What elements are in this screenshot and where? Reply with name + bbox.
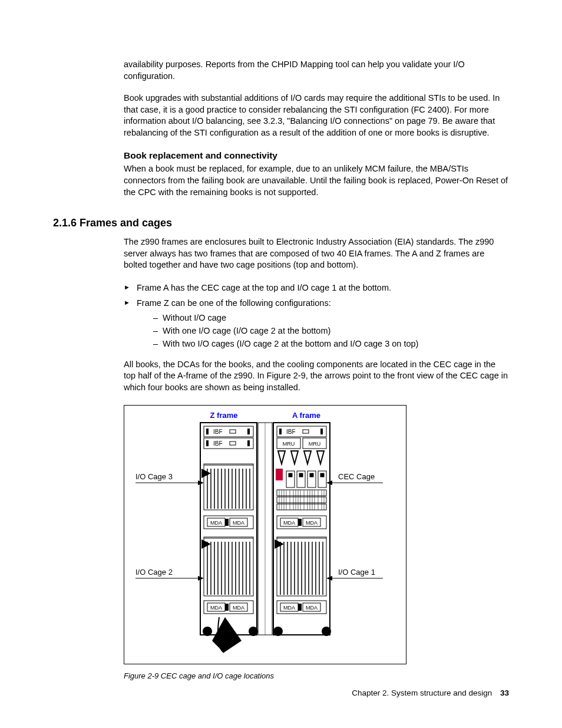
footer-page: 33 [500, 689, 509, 697]
svg-rect-19 [276, 469, 283, 480]
svg-rect-12 [247, 440, 250, 446]
svg-rect-21 [289, 473, 292, 477]
svg-point-109 [203, 627, 212, 636]
svg-rect-29 [277, 497, 326, 503]
heading-frames-cages: 2.1.6 Frames and cages [53, 217, 509, 229]
svg-point-110 [249, 627, 258, 636]
svg-marker-124 [275, 539, 284, 549]
io2-label: I/O Cage 2 [135, 568, 173, 577]
mda-z-2: MDA [233, 520, 244, 526]
dash-without: Without I/O cage [153, 312, 509, 325]
svg-rect-8 [247, 429, 250, 434]
svg-point-112 [322, 627, 331, 636]
para-availability: availability purposes. Reports from the … [124, 59, 509, 82]
mda-a-3: MDA [283, 605, 295, 611]
dash-one: With one I/O cage (I/O cage 2 at the bot… [153, 325, 509, 338]
page: availability purposes. Reports from the … [0, 0, 562, 728]
z-ibf-rows: IBF IBF [204, 426, 253, 449]
io3-label: I/O Cage 3 [135, 472, 173, 481]
svg-marker-123 [201, 469, 211, 478]
dash-list: Without I/O cage With one I/O cage (I/O … [153, 312, 509, 350]
section-body: The z990 frames are enclosures built to … [124, 236, 509, 680]
svg-rect-66 [225, 519, 229, 526]
svg-rect-30 [277, 504, 326, 510]
svg-rect-16 [320, 429, 323, 434]
svg-rect-28 [277, 490, 326, 496]
svg-rect-11 [230, 442, 236, 445]
para-books-location: All books, the DCAs for the books, and t… [124, 359, 509, 394]
para-replacement: When a book must be replaced, for exampl… [124, 163, 509, 198]
mda-z-4: MDA [233, 605, 244, 611]
bullet-frame-z: Frame Z can be one of the following conf… [124, 297, 509, 351]
bullet-frame-z-text: Frame Z can be one of the following conf… [137, 298, 331, 308]
mda-z-1: MDA [210, 520, 222, 526]
svg-rect-9 [204, 438, 253, 449]
figure-2-9: Z frame A frame IBF I [124, 405, 509, 680]
svg-rect-7 [230, 430, 236, 433]
svg-rect-27 [320, 473, 324, 477]
svg-rect-104 [225, 604, 229, 611]
svg-marker-122 [201, 539, 211, 549]
svg-point-111 [273, 627, 283, 636]
bullet-frame-a: Frame A has the CEC cage at the top and … [124, 282, 509, 295]
mru-2: MRU [309, 441, 321, 447]
svg-rect-23 [299, 473, 303, 477]
svg-rect-70 [298, 519, 302, 526]
footer-chapter: Chapter 2. System structure and design [352, 689, 492, 697]
cec-books [276, 451, 326, 510]
mru-1: MRU [283, 441, 295, 447]
svg-rect-10 [206, 440, 209, 446]
mda-a-4: MDA [306, 605, 318, 611]
aframe-label: A frame [292, 411, 320, 420]
para-upgrades: Book upgrades with substantial additions… [124, 93, 509, 139]
mda-a-2: MDA [306, 520, 318, 526]
svg-rect-5 [204, 426, 253, 437]
svg-marker-113 [212, 617, 242, 653]
ibf-label-2: IBF [213, 440, 223, 447]
para-frames-intro: The z990 frames are enclosures built to … [124, 236, 509, 271]
a-ibf-label: IBF [286, 429, 296, 435]
figure-caption: Figure 2-9 CEC cage and I/O cage locatio… [124, 671, 509, 680]
a-top-rows: IBF MRU MRU [277, 426, 326, 449]
mda-a-1: MDA [283, 520, 295, 526]
z-io2-slots [204, 537, 253, 596]
io1-label: I/O Cage 1 [338, 568, 375, 577]
svg-rect-25 [310, 473, 313, 477]
z-io3-slots [204, 464, 253, 510]
a-io1-slots [277, 537, 326, 596]
svg-rect-6 [206, 429, 209, 434]
svg-rect-13 [277, 426, 326, 437]
svg-rect-15 [303, 430, 309, 433]
page-footer: Chapter 2. System structure and design 3… [352, 689, 509, 697]
svg-rect-108 [298, 604, 302, 611]
ibf-label: IBF [213, 429, 223, 435]
cage-diagram: Z frame A frame IBF I [124, 405, 406, 664]
body-column: availability purposes. Reports from the … [124, 59, 509, 198]
mda-z-3: MDA [210, 605, 222, 611]
dash-two: With two I/O cages (I/O cage 2 at the bo… [153, 338, 509, 351]
zframe-label: Z frame [210, 411, 238, 420]
bullet-list: Frame A has the CEC cage at the top and … [124, 282, 509, 351]
heading-book-replacement: Book replacement and connectivity [124, 150, 509, 161]
cec-label: CEC Cage [338, 472, 375, 481]
svg-rect-14 [279, 429, 282, 434]
